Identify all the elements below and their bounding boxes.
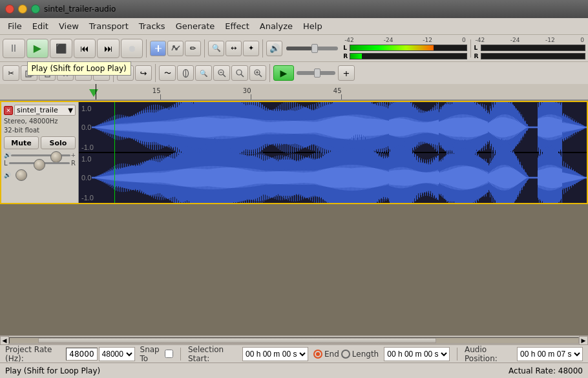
draw-fx-button[interactable]: 〜 xyxy=(159,65,176,81)
selection-end-value[interactable]: 00 h 00 m 00 s xyxy=(384,347,450,361)
output-volume-button[interactable]: 🔊 xyxy=(266,41,282,56)
end-length-toggle: End Length xyxy=(313,350,379,359)
play-button[interactable]: ▶ Play (Shift for Loop Play) xyxy=(26,39,49,58)
waveform-area[interactable] xyxy=(79,102,587,203)
length-radio[interactable] xyxy=(341,350,350,359)
menu-item-help[interactable]: Help xyxy=(298,20,328,32)
trim-button[interactable] xyxy=(57,65,74,81)
snap-btn[interactable] xyxy=(93,65,110,81)
track-close-button[interactable]: ✕ xyxy=(4,106,13,115)
volume-control[interactable] xyxy=(286,47,338,50)
menu-item-edit[interactable]: Edit xyxy=(27,20,54,32)
stop-button[interactable]: ⬛ xyxy=(50,39,72,58)
scroll-left-button[interactable]: ◀ xyxy=(0,336,9,345)
close-button[interactable] xyxy=(5,5,14,14)
separator2 xyxy=(204,39,205,58)
play-at-speed-button[interactable]: ▶ xyxy=(273,65,294,81)
audio-position-value[interactable]: 00 h 00 m 07 s xyxy=(517,347,583,361)
selection-start-label: Selection Start: xyxy=(188,345,237,363)
svg-line-18 xyxy=(241,74,244,77)
volume-thumb[interactable] xyxy=(311,44,318,53)
zoom-out-btn[interactable] xyxy=(213,65,230,81)
zoom-fit-btn[interactable] xyxy=(249,65,266,81)
undo-button[interactable]: ↩ xyxy=(117,65,134,81)
sep-edit-zoom xyxy=(113,64,114,82)
track-info-line2: 32-bit float xyxy=(4,126,76,135)
zoom-magnify-button[interactable]: 🔍 xyxy=(195,65,212,81)
waveform-canvas xyxy=(79,102,587,203)
cut-button[interactable]: ✂ xyxy=(3,65,19,81)
vu-meter-playback: -42 -24 -12 0 L R xyxy=(343,37,467,60)
pause-button[interactable]: ⏸ xyxy=(3,39,25,58)
copy-button[interactable] xyxy=(21,65,37,81)
multi-tool-button[interactable]: ✦ xyxy=(243,41,259,56)
vu-L-label: L xyxy=(343,45,348,51)
scroll-right-button[interactable]: ▶ xyxy=(579,336,588,345)
scroll-track[interactable] xyxy=(9,337,579,344)
bottom-status-left: Play (Shift for Loop Play) xyxy=(5,366,100,375)
play-speed-control[interactable] xyxy=(297,71,335,75)
draw-tool-button[interactable]: ✏ xyxy=(185,41,201,56)
menu-item-generate[interactable]: Generate xyxy=(171,20,220,32)
track-name-button[interactable]: sintel_traile ▼ xyxy=(14,105,76,116)
track-info-line1: Stereo, 48000Hz xyxy=(4,117,76,126)
vu-R-label: R xyxy=(343,53,348,59)
pan-knob[interactable] xyxy=(32,159,47,171)
horizontal-scrollbar[interactable]: ◀ ▶ xyxy=(0,335,588,344)
svg-line-20 xyxy=(259,74,262,77)
snap-to-checkbox[interactable] xyxy=(165,350,173,358)
menu-item-analyze[interactable]: Analyze xyxy=(255,20,298,32)
pan-slider[interactable] xyxy=(9,162,70,164)
menu-item-view[interactable]: View xyxy=(54,20,84,32)
window-title: sintel_trailer-audio xyxy=(44,5,116,14)
silence-button[interactable] xyxy=(75,65,92,81)
vu-L-bar xyxy=(350,45,434,50)
track-name-row: ✕ sintel_traile ▼ xyxy=(4,105,76,116)
track-volume-knob[interactable] xyxy=(14,169,25,181)
record-button[interactable]: ⏺ xyxy=(121,39,143,58)
svg-rect-11 xyxy=(80,72,87,74)
length-label: Length xyxy=(352,350,379,359)
sep-undo-fx xyxy=(155,64,156,82)
add-track-button[interactable]: + xyxy=(338,65,355,81)
project-rate-label: Project Rate (Hz): xyxy=(5,345,61,363)
paste-button[interactable] xyxy=(39,65,56,81)
project-rate-select[interactable]: 48000 44100 22050 xyxy=(99,347,135,361)
vu-R-bar xyxy=(350,54,362,59)
time-shift-button[interactable]: ↔ xyxy=(226,41,242,56)
track-dropdown-icon: ▼ xyxy=(68,107,73,114)
menu-item-tracks[interactable]: Tracks xyxy=(134,20,171,32)
menu-item-file[interactable]: File xyxy=(3,20,27,32)
redo-button[interactable]: ↪ xyxy=(135,65,152,81)
menu-item-transport[interactable]: Transport xyxy=(84,20,134,32)
rewind-button[interactable]: ⏮ xyxy=(74,39,96,58)
snap-to-label: Snap To xyxy=(140,345,163,363)
speed-thumb[interactable] xyxy=(314,68,320,78)
project-rate-value: 48000 xyxy=(66,348,97,361)
svg-point-17 xyxy=(236,70,242,75)
track-controls: ✕ sintel_traile ▼ Stereo, 48000Hz 32-bit… xyxy=(1,102,79,203)
empty-area xyxy=(0,204,588,335)
gain-slider[interactable] xyxy=(11,154,70,156)
maximize-button[interactable] xyxy=(31,5,40,14)
forward-button[interactable]: ⏭ xyxy=(97,39,120,58)
track-info: Stereo, 48000Hz 32-bit float xyxy=(4,117,76,135)
svg-point-2 xyxy=(173,45,175,48)
svg-rect-5 xyxy=(28,70,33,76)
envelope-tool-button[interactable] xyxy=(167,41,184,56)
zoom-norm-btn[interactable] xyxy=(231,65,248,81)
mute-button[interactable]: Mute xyxy=(4,136,39,149)
timeline-ruler[interactable]: 15 30 45 xyxy=(0,84,588,101)
scroll-thumb[interactable] xyxy=(38,338,436,343)
zoom-in-button[interactable]: 🔍 xyxy=(208,41,224,56)
gain-knob[interactable] xyxy=(48,151,64,163)
menu-item-effect[interactable]: Effect xyxy=(220,20,254,32)
statusbar: Project Rate (Hz): 48000 48000 44100 220… xyxy=(0,344,588,362)
selection-start-value[interactable]: 00 h 00 m 00 s xyxy=(242,347,308,361)
track-name-label: sintel_traile xyxy=(17,106,58,114)
selection-tool-button[interactable] xyxy=(150,41,166,56)
spectral-button[interactable] xyxy=(177,65,194,81)
solo-button[interactable]: Solo xyxy=(41,136,76,149)
minimize-button[interactable] xyxy=(18,5,27,14)
end-radio[interactable] xyxy=(313,350,322,359)
